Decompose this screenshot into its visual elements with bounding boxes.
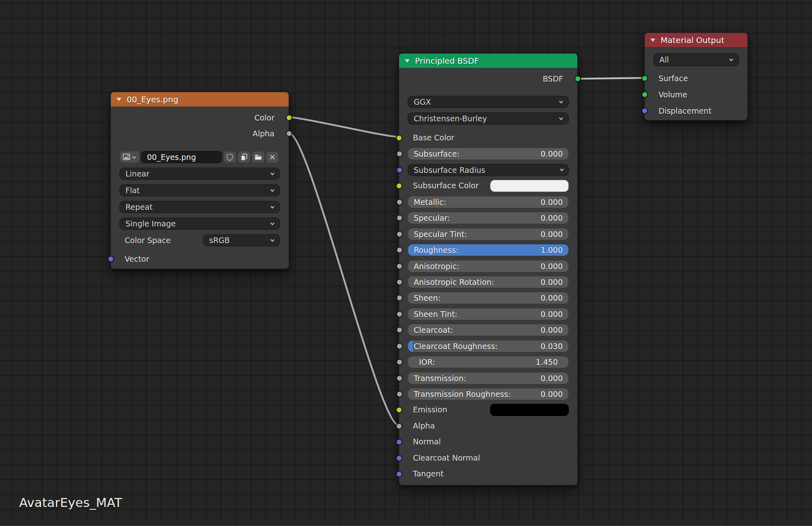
- socket-clearcoat-roughness-input[interactable]: [396, 343, 403, 349]
- socket-sheen-input[interactable]: [396, 295, 403, 301]
- subsurface-method-select[interactable]: Christensen-Burley: [408, 112, 569, 125]
- socket-clearcoat-input[interactable]: [396, 327, 403, 333]
- collapse-triangle-icon[interactable]: [117, 98, 121, 101]
- open-image-button[interactable]: [252, 151, 265, 163]
- bsdf-row-roughness[interactable]: Roughness:1.000: [408, 244, 569, 256]
- node-image-texture[interactable]: 00_Eyes.png Color Alpha 00_Eyes.png: [110, 92, 289, 269]
- subsurface-color-color-swatch[interactable]: [490, 180, 569, 192]
- source-select[interactable]: Single Image: [119, 218, 280, 230]
- chevron-down-icon: [728, 56, 734, 63]
- extension-select[interactable]: Repeat: [119, 201, 280, 213]
- socket-metallic-input[interactable]: [396, 199, 403, 205]
- node-editor-canvas[interactable]: 00_Eyes.png Color Alpha 00_Eyes.png: [0, 0, 812, 526]
- socket-transmission-roughness-input[interactable]: [396, 391, 403, 397]
- principled-bsdf-header[interactable]: Principled BSDF: [399, 54, 577, 68]
- socket-specular-tint-input[interactable]: [396, 231, 403, 237]
- emission-color-swatch[interactable]: [490, 404, 569, 416]
- output-label-color: Color: [254, 113, 274, 122]
- socket-image-color-output[interactable]: [286, 114, 292, 121]
- bsdf-row-sheen-tint[interactable]: Sheen Tint:0.000: [408, 308, 569, 320]
- wire-bsdf-to-surface: [578, 78, 644, 79]
- socket-subsurface-color-input[interactable]: [396, 183, 402, 189]
- output-target-select[interactable]: All: [653, 53, 739, 66]
- color-space-label: Color Space: [125, 234, 171, 246]
- socket-specular-input[interactable]: [396, 215, 403, 221]
- socket-volume-input[interactable]: [641, 91, 648, 98]
- color-space-select[interactable]: sRGB: [203, 234, 280, 246]
- socket-anisotropic-input[interactable]: [396, 263, 403, 269]
- output-label-alpha: Alpha: [253, 129, 274, 138]
- socket-ior-input[interactable]: [396, 359, 403, 365]
- interpolation-select[interactable]: Linear: [119, 168, 280, 180]
- socket-alpha-input[interactable]: [396, 423, 402, 429]
- socket-subsurface-input[interactable]: [396, 151, 403, 157]
- material-output-header[interactable]: Material Output: [645, 33, 747, 47]
- output-row-color: Color: [119, 112, 280, 123]
- image-icon: [122, 153, 131, 162]
- bsdf-row-clearcoat-roughness[interactable]: Clearcoat Roughness:0.030: [408, 340, 569, 352]
- socket-anisotropic-rotation-input[interactable]: [396, 279, 403, 285]
- bsdf-row-ior[interactable]: IOR:1.450: [408, 356, 569, 368]
- socket-emission-input[interactable]: [396, 407, 402, 413]
- slider-label: Transmission:: [414, 373, 466, 384]
- socket-image-alpha-output[interactable]: [286, 130, 292, 137]
- output-row-bsdf: BSDF: [408, 73, 569, 84]
- slider-label: Transmission Roughness:: [414, 388, 511, 400]
- slider-value: 0.000: [541, 261, 563, 272]
- bsdf-row-specular[interactable]: Specular:0.000: [408, 212, 569, 224]
- image-datablock-menu-button[interactable]: [119, 151, 140, 163]
- chevron-down-icon: [269, 204, 276, 210]
- select-label: Subsurface Radius: [414, 164, 485, 176]
- bsdf-row-normal: Normal: [408, 436, 569, 448]
- slider-value: 0.000: [541, 388, 563, 400]
- bsdf-row-metallic[interactable]: Metallic:0.000: [408, 196, 569, 208]
- bsdf-input-rows: Base ColorSubsurface:0.000Subsurface Rad…: [408, 132, 569, 484]
- socket-transmission-input[interactable]: [396, 375, 403, 382]
- distribution-select[interactable]: GGX: [408, 96, 569, 108]
- distribution-value: GGX: [414, 97, 431, 106]
- extension-value: Repeat: [125, 203, 153, 211]
- socket-image-vector-input[interactable]: [108, 256, 114, 262]
- socket-subsurface-radius-input[interactable]: [396, 167, 403, 173]
- source-value: Single Image: [125, 219, 176, 228]
- input-label-surface: Surface: [659, 74, 688, 83]
- collapse-triangle-icon[interactable]: [650, 39, 655, 42]
- chevron-down-icon: [269, 237, 276, 244]
- image-texture-header[interactable]: 00_Eyes.png: [111, 92, 289, 107]
- color-label: Subsurface Color: [413, 180, 479, 191]
- socket-base-color-input[interactable]: [396, 135, 402, 141]
- image-name-field[interactable]: 00_Eyes.png: [141, 151, 222, 163]
- socket-tangent-input[interactable]: [396, 471, 402, 477]
- bsdf-row-anisotropic[interactable]: Anisotropic:0.000: [408, 260, 569, 272]
- duplicate-image-button[interactable]: [238, 151, 251, 163]
- slider-label: Anisotropic:: [414, 261, 460, 272]
- projection-select[interactable]: Flat: [119, 184, 280, 196]
- bsdf-row-transmission[interactable]: Transmission:0.000: [408, 372, 569, 384]
- wire-alpha-to-alpha: [289, 133, 399, 425]
- collapse-triangle-icon[interactable]: [405, 59, 410, 63]
- socket-sheen-tint-input[interactable]: [396, 311, 403, 317]
- socket-normal-input[interactable]: [396, 439, 402, 445]
- bsdf-row-sheen[interactable]: Sheen:0.000: [408, 292, 569, 304]
- bsdf-row-subsurface-color: Subsurface Color: [408, 180, 569, 192]
- socket-clearcoat-normal-input[interactable]: [396, 455, 402, 461]
- bsdf-row-anisotropic-rotation[interactable]: Anisotropic Rotation:0.000: [408, 276, 569, 288]
- bsdf-row-transmission-roughness[interactable]: Transmission Roughness:0.000: [408, 388, 569, 400]
- socket-bsdf-output[interactable]: [574, 75, 581, 82]
- fake-user-button[interactable]: [223, 151, 236, 163]
- slider-label: Specular Tint:: [414, 229, 467, 240]
- slider-value: 0.000: [541, 276, 563, 288]
- bsdf-row-subsurface[interactable]: Subsurface:0.000: [408, 148, 569, 160]
- bsdf-row-subsurface-radius[interactable]: Subsurface Radius: [408, 164, 569, 176]
- slider-label: Sheen:: [414, 292, 441, 304]
- node-principled-bsdf[interactable]: Principled BSDF BSDF GGX Christensen-Bur…: [399, 53, 578, 485]
- slider-label: Subsurface:: [414, 148, 460, 160]
- bsdf-row-specular-tint[interactable]: Specular Tint:0.000: [408, 228, 569, 240]
- socket-roughness-input[interactable]: [396, 247, 403, 253]
- output-label-bsdf: BSDF: [543, 74, 563, 83]
- bsdf-row-clearcoat[interactable]: Clearcoat:0.000: [408, 324, 569, 336]
- socket-displacement-input[interactable]: [641, 108, 648, 114]
- node-material-output[interactable]: Material Output All Surface Volume Displ…: [644, 32, 748, 121]
- unlink-image-button[interactable]: [266, 151, 279, 163]
- socket-surface-input[interactable]: [641, 75, 648, 82]
